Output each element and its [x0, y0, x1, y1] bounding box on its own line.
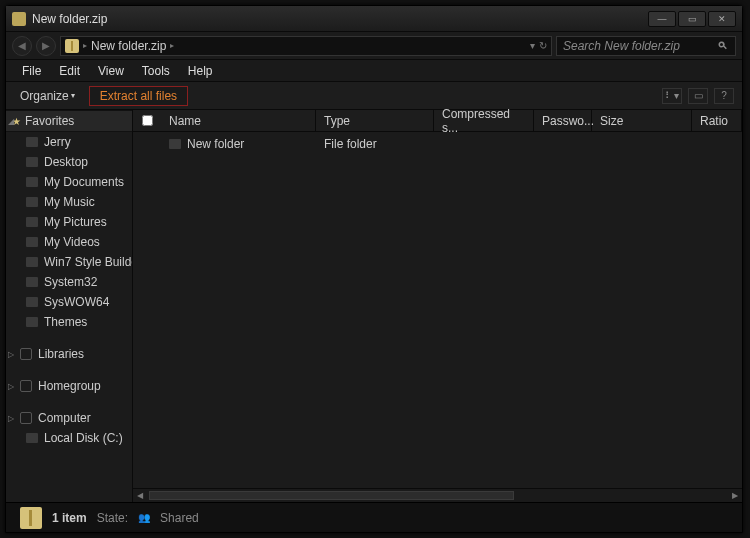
sidebar-favorites-header[interactable]: ◢ ★ Favorites	[6, 110, 132, 132]
back-button[interactable]: ◀	[12, 36, 32, 56]
item-count: 1 item	[52, 511, 87, 525]
folder-icon	[26, 237, 38, 247]
select-all-checkbox[interactable]	[133, 110, 161, 131]
section-label: Computer	[38, 411, 91, 425]
sidebar-section[interactable]: ▷Computer	[6, 408, 132, 428]
folder-icon	[26, 137, 38, 147]
menu-edit[interactable]: Edit	[51, 62, 88, 80]
sidebar-item-label: Win7 Style Builder	[44, 255, 132, 269]
forward-button[interactable]: ▶	[36, 36, 56, 56]
scroll-left-icon[interactable]: ◀	[133, 489, 147, 502]
search-box[interactable]: Search New folder.zip	[556, 36, 736, 56]
organize-label: Organize	[20, 89, 69, 103]
section-icon	[20, 380, 32, 392]
collapse-icon[interactable]: ◢	[8, 117, 14, 126]
search-placeholder: Search New folder.zip	[563, 39, 680, 53]
horizontal-scrollbar[interactable]: ◀ ▶	[133, 488, 742, 502]
refresh-icon[interactable]: ↻	[539, 40, 547, 51]
expand-icon[interactable]: ▷	[8, 350, 14, 359]
explorer-window: New folder.zip — ▭ ✕ ◀ ▶ ▸ New folder.zi…	[5, 5, 743, 533]
window-title: New folder.zip	[32, 12, 107, 26]
sidebar-item[interactable]: Win7 Style Builder	[6, 252, 132, 272]
section-label: Homegroup	[38, 379, 101, 393]
sidebar-item-label: Local Disk (C:)	[44, 431, 123, 445]
minimize-button[interactable]: —	[648, 11, 676, 27]
sidebar-item[interactable]: Desktop	[6, 152, 132, 172]
sidebar-section[interactable]: ▷Libraries	[6, 344, 132, 364]
expand-icon[interactable]: ▷	[8, 382, 14, 391]
maximize-button[interactable]: ▭	[678, 11, 706, 27]
sidebar-item-label: Desktop	[44, 155, 88, 169]
sidebar-item[interactable]: My Music	[6, 192, 132, 212]
search-icon	[717, 40, 729, 52]
column-header[interactable]: Size	[592, 110, 692, 131]
sidebar-item-label: SysWOW64	[44, 295, 109, 309]
sidebar-item[interactable]: Jerry	[6, 132, 132, 152]
organize-button[interactable]: Organize ▾	[14, 87, 81, 105]
sidebar-item[interactable]: My Videos	[6, 232, 132, 252]
sidebar-item-label: My Documents	[44, 175, 124, 189]
sidebar-item-label: My Videos	[44, 235, 100, 249]
command-bar: Organize ▾ Extract all files ⠇ ▾ ▭ ?	[6, 82, 742, 110]
folder-icon	[26, 217, 38, 227]
menu-help[interactable]: Help	[180, 62, 221, 80]
column-header[interactable]: Type	[316, 110, 434, 131]
zip-large-icon	[20, 507, 42, 529]
state-label: State:	[97, 511, 128, 525]
folder-icon	[26, 277, 38, 287]
menu-bar: File Edit View Tools Help	[6, 60, 742, 82]
extract-all-files-button[interactable]: Extract all files	[89, 86, 188, 106]
folder-icon	[26, 297, 38, 307]
folder-icon	[169, 139, 181, 149]
drive-icon	[26, 433, 38, 443]
file-name: New folder	[187, 137, 244, 151]
view-options-button[interactable]: ⠇ ▾	[662, 88, 682, 104]
sidebar-item[interactable]: System32	[6, 272, 132, 292]
expand-icon[interactable]: ▷	[8, 414, 14, 423]
state-value: Shared	[160, 511, 199, 525]
sidebar-item[interactable]: Themes	[6, 312, 132, 332]
scroll-right-icon[interactable]: ▶	[728, 489, 742, 502]
column-header[interactable]: Passwo...	[534, 110, 592, 131]
file-row[interactable]: New folderFile folder	[133, 132, 742, 156]
zip-folder-icon	[65, 39, 79, 53]
sidebar-item[interactable]: SysWOW64	[6, 292, 132, 312]
folder-icon	[26, 177, 38, 187]
folder-icon	[26, 317, 38, 327]
shared-icon: 👥	[138, 512, 150, 523]
chevron-right-icon[interactable]: ▸	[170, 41, 174, 50]
address-dropdown-icon[interactable]: ▾	[530, 40, 535, 51]
sidebar-item[interactable]: My Pictures	[6, 212, 132, 232]
sidebar-section[interactable]: ▷Homegroup	[6, 376, 132, 396]
column-headers: NameTypeCompressed s...Passwo...SizeRati…	[133, 110, 742, 132]
zip-icon	[12, 12, 26, 26]
address-segment[interactable]: New folder.zip	[91, 39, 166, 53]
close-button[interactable]: ✕	[708, 11, 736, 27]
address-bar[interactable]: ▸ New folder.zip ▸ ▾ ↻	[60, 36, 552, 56]
section-label: Libraries	[38, 347, 84, 361]
file-rows: New folderFile folder ◀ ▶	[133, 132, 742, 502]
sidebar-item-label: My Music	[44, 195, 95, 209]
favorites-label: Favorites	[25, 114, 74, 128]
menu-file[interactable]: File	[14, 62, 49, 80]
folder-icon	[26, 197, 38, 207]
sidebar-item-label: System32	[44, 275, 97, 289]
scroll-thumb[interactable]	[149, 491, 514, 500]
titlebar[interactable]: New folder.zip — ▭ ✕	[6, 6, 742, 32]
menu-tools[interactable]: Tools	[134, 62, 178, 80]
help-button[interactable]: ?	[714, 88, 734, 104]
chevron-right-icon[interactable]: ▸	[83, 41, 87, 50]
column-header[interactable]: Ratio	[692, 110, 742, 131]
folder-icon	[26, 157, 38, 167]
column-header[interactable]: Name	[161, 110, 316, 131]
file-type: File folder	[324, 137, 377, 151]
section-icon	[20, 348, 32, 360]
navigation-bar: ◀ ▶ ▸ New folder.zip ▸ ▾ ↻ Search New fo…	[6, 32, 742, 60]
column-header[interactable]: Compressed s...	[434, 110, 534, 131]
preview-pane-button[interactable]: ▭	[688, 88, 708, 104]
section-icon	[20, 412, 32, 424]
menu-view[interactable]: View	[90, 62, 132, 80]
sidebar-item-label: Jerry	[44, 135, 71, 149]
sidebar-item[interactable]: Local Disk (C:)	[6, 428, 132, 448]
sidebar-item[interactable]: My Documents	[6, 172, 132, 192]
